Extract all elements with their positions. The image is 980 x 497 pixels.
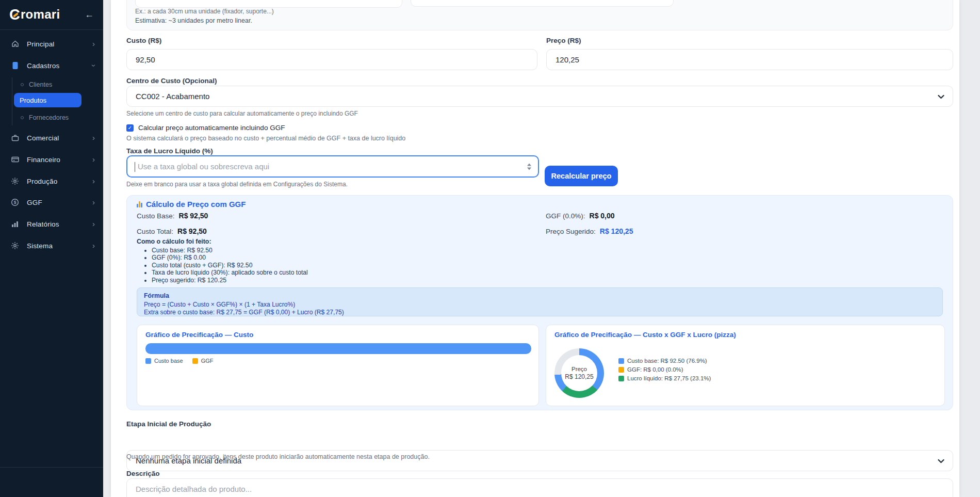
donut-chart: Preço R$ 120,25 <box>554 348 604 398</box>
centro-custo-label: Centro de Custo (Opcional) <box>126 77 217 85</box>
home-icon <box>10 40 20 48</box>
number-stepper[interactable] <box>527 163 531 170</box>
bar-chart-icon <box>137 201 142 207</box>
auto-calc-checkbox[interactable]: ✓ <box>126 124 134 132</box>
chevron-right-icon: › <box>92 156 95 163</box>
formula-box: Fórmula Preço = (Custo + Custo × GGF%) ×… <box>137 287 943 316</box>
list-item: Taxa de lucro líquido (30%): aplicado so… <box>152 269 308 276</box>
sidebar-item-sistema[interactable]: Sistema › <box>0 236 103 255</box>
briefcase-icon <box>10 134 20 142</box>
bullet-icon <box>21 116 24 119</box>
pie-legend-item: GGF: R$ 0,00 (0.0%) <box>618 366 683 373</box>
chevron-right-icon: › <box>92 220 95 228</box>
list-item: Custo total (custo + GGF): R$ 92.50 <box>152 262 308 269</box>
auto-calc-label: Calcular preço automaticamente incluindo… <box>138 124 285 132</box>
descricao-label: Descrição <box>126 470 160 477</box>
gear-icon <box>10 177 20 185</box>
preco-sugerido-row: Preço Sugerido: R$ 120,25 <box>546 227 633 235</box>
calc-panel-title: Cálculo de Preço com GGF <box>137 200 246 209</box>
sidebar-item-ggf[interactable]: $ GGF › <box>0 193 103 212</box>
pie-chart-card: Gráfico de Precificação — Custo x GGF x … <box>546 325 945 406</box>
app-window: C romari ← Principal › Cadastros › Clien… <box>0 0 980 497</box>
bar-chart-title: Gráfico de Precificação — Custo <box>145 331 253 339</box>
donut-center-label: Preço R$ 120,25 <box>561 355 597 391</box>
taxa-lucro-input[interactable]: Use a taxa global ou sobrescreva aqui <box>126 155 539 178</box>
chevron-down-icon <box>938 456 944 465</box>
dollar-circle-icon: $ <box>10 198 20 206</box>
sidebar-item-clientes[interactable]: Clientes <box>21 78 98 91</box>
chevron-down-icon <box>938 92 944 101</box>
pie-chart-title: Gráfico de Precificação — Custo x GGF x … <box>554 331 736 339</box>
pie-legend-item: Lucro líquido: R$ 27,75 (23.1%) <box>618 375 711 381</box>
ggf-row: GGF (0.0%): R$ 0,00 <box>546 212 615 220</box>
centro-custo-help: Selecione um centro de custo para calcul… <box>126 110 358 117</box>
pie-legend-item: Custo base: R$ 92.50 (76.9%) <box>618 358 707 364</box>
centro-custo-select[interactable]: CC002 - Acabamento <box>126 86 953 107</box>
sidebar-header: C romari ← <box>0 0 103 30</box>
chevron-right-icon: › <box>92 242 95 249</box>
logo-accent-slash <box>13 12 19 18</box>
taxa-lucro-help: Deixe em branco para usar a taxa global … <box>126 181 348 188</box>
preco-input[interactable]: 120,25 <box>546 49 953 70</box>
sidebar-item-financeiro[interactable]: Financeiro › <box>0 150 103 169</box>
how-calculated-list: Custo base: R$ 92.50 GGF (0%): R$ 0.00 C… <box>152 247 308 284</box>
taxa-lucro-label: Taxa de Lucro Líquido (%) <box>126 147 213 155</box>
ggf-swatch <box>192 358 198 364</box>
custo-base-bar <box>145 343 531 354</box>
how-calculated-title: Como o cálculo foi feito: <box>137 238 211 245</box>
document-icon <box>10 61 20 70</box>
custo-base-swatch <box>618 358 624 364</box>
list-item: Preço sugerido: R$ 120.25 <box>152 277 308 284</box>
sidebar-item-comercial[interactable]: Comercial › <box>0 129 103 147</box>
text-cursor <box>135 162 135 172</box>
etapa-help: Quando um pedido for aprovado, itens des… <box>126 453 430 460</box>
sidebar-user-footer: N Administrador Si... Administrador <box>0 467 103 497</box>
descricao-textarea[interactable]: Descrição detalhada do produto... <box>126 478 953 497</box>
chevron-down-icon: › <box>90 65 97 67</box>
svg-text:$: $ <box>14 200 17 205</box>
chevron-right-icon: › <box>92 178 95 185</box>
sidebar-collapse-icon[interactable]: ← <box>85 9 94 20</box>
sidebar-item-principal[interactable]: Principal › <box>0 35 103 53</box>
sidebar-item-produtos-active[interactable]: Produtos <box>14 93 81 107</box>
list-item: Custo base: R$ 92.50 <box>152 247 308 254</box>
unit-estimate: Estimativa: ~3 unidades por metro linear… <box>135 17 252 24</box>
unit-hint: Ex.: a cada 30cm uma unidade (fixador, s… <box>135 8 274 15</box>
custo-base-row: Custo Base: R$ 92,50 <box>137 212 208 220</box>
auto-calc-row: ✓ Calcular preço automaticamente incluin… <box>126 124 285 132</box>
recalcular-preco-button[interactable]: Recalcular preço <box>545 166 618 186</box>
bar-chart-icon <box>10 220 20 228</box>
submenu-guide-line <box>12 77 12 125</box>
sidebar-item-fornecedores[interactable]: Fornecedores <box>21 111 98 124</box>
etapa-label: Etapa Inicial de Produção <box>126 420 211 428</box>
sidebar-item-relatorios[interactable]: Relatórios › <box>0 215 103 233</box>
bullet-icon <box>21 83 24 86</box>
chevron-right-icon: › <box>92 134 95 141</box>
list-item: GGF (0%): R$ 0.00 <box>152 254 308 261</box>
custo-label: Custo (R$) <box>126 37 161 44</box>
logo-text: romari <box>21 7 60 22</box>
chevron-right-icon: › <box>92 40 95 47</box>
custo-input[interactable]: 92,50 <box>126 49 537 70</box>
sidebar-item-cadastros[interactable]: Cadastros › <box>0 56 103 75</box>
sidebar-item-producao[interactable]: Produção › <box>0 172 103 190</box>
credit-card-icon <box>10 155 20 164</box>
preco-label: Preço (R$) <box>546 37 581 44</box>
lucro-swatch <box>618 376 624 381</box>
custo-total-row: Custo Total: R$ 92,50 <box>137 227 207 235</box>
main-content: Ex.: a cada 30cm uma unidade (fixador, s… <box>103 0 980 497</box>
app-logo: C romari <box>9 7 60 22</box>
unit-input-1[interactable] <box>135 0 402 8</box>
ggf-swatch <box>618 367 624 373</box>
auto-calc-help: O sistema calculará o preço baseado no c… <box>126 135 405 142</box>
bar-chart-legend: Custo base GGF <box>145 358 214 364</box>
unit-input-2[interactable] <box>411 0 674 7</box>
bar-chart-card: Gráfico de Precificação — Custo Custo ba… <box>137 325 539 406</box>
chevron-right-icon: › <box>92 199 95 206</box>
gear-icon <box>10 242 20 250</box>
logo-c-mark: C <box>9 7 20 22</box>
custo-base-swatch <box>145 358 151 364</box>
sidebar: C romari ← Principal › Cadastros › Clien… <box>0 0 103 497</box>
